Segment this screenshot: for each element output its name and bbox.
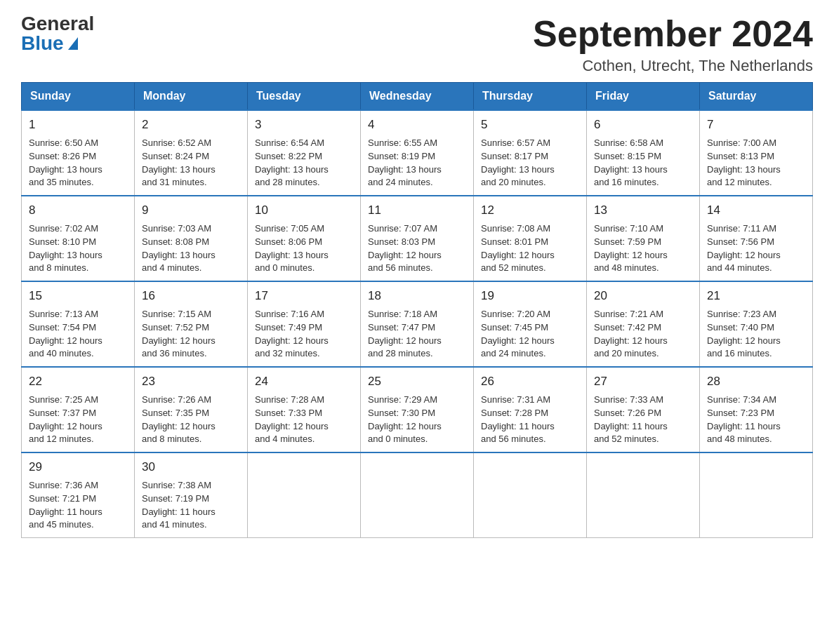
day-info: Sunrise: 7:03 AMSunset: 8:08 PMDaylight:… bbox=[142, 223, 216, 274]
logo-blue-text: Blue bbox=[21, 34, 78, 53]
day-info: Sunrise: 7:07 AMSunset: 8:03 PMDaylight:… bbox=[368, 223, 442, 274]
day-info: Sunrise: 7:23 AMSunset: 7:40 PMDaylight:… bbox=[707, 309, 781, 359]
calendar-cell: 17 Sunrise: 7:16 AMSunset: 7:49 PMDaylig… bbox=[248, 281, 361, 367]
day-number: 11 bbox=[368, 202, 466, 220]
day-info: Sunrise: 7:08 AMSunset: 8:01 PMDaylight:… bbox=[481, 223, 555, 274]
title-area: September 2024 Cothen, Utrecht, The Neth… bbox=[533, 14, 813, 75]
day-number: 20 bbox=[594, 288, 692, 305]
calendar-cell: 1 Sunrise: 6:50 AMSunset: 8:26 PMDayligh… bbox=[22, 110, 135, 196]
day-number: 5 bbox=[481, 116, 579, 134]
calendar-cell: 24 Sunrise: 7:28 AMSunset: 7:33 PMDaylig… bbox=[248, 367, 361, 452]
location-text: Cothen, Utrecht, The Netherlands bbox=[533, 57, 813, 75]
calendar-cell: 29 Sunrise: 7:36 AMSunset: 7:21 PMDaylig… bbox=[22, 452, 135, 538]
day-number: 6 bbox=[594, 116, 692, 134]
day-info: Sunrise: 7:25 AMSunset: 7:37 PMDaylight:… bbox=[29, 394, 102, 445]
calendar-week-row: 8 Sunrise: 7:02 AMSunset: 8:10 PMDayligh… bbox=[22, 196, 813, 281]
day-number: 17 bbox=[255, 288, 353, 305]
calendar-cell bbox=[361, 452, 474, 538]
calendar-week-row: 1 Sunrise: 6:50 AMSunset: 8:26 PMDayligh… bbox=[22, 110, 813, 196]
day-number: 3 bbox=[255, 116, 353, 134]
calendar-cell bbox=[700, 452, 813, 538]
day-number: 1 bbox=[29, 116, 127, 134]
calendar-cell: 5 Sunrise: 6:57 AMSunset: 8:17 PMDayligh… bbox=[474, 110, 587, 196]
calendar-cell: 2 Sunrise: 6:52 AMSunset: 8:24 PMDayligh… bbox=[135, 110, 248, 196]
day-info: Sunrise: 7:05 AMSunset: 8:06 PMDaylight:… bbox=[255, 223, 329, 274]
day-number: 2 bbox=[142, 116, 240, 134]
day-number: 10 bbox=[255, 202, 353, 220]
calendar-cell: 7 Sunrise: 7:00 AMSunset: 8:13 PMDayligh… bbox=[700, 110, 813, 196]
calendar-cell: 3 Sunrise: 6:54 AMSunset: 8:22 PMDayligh… bbox=[248, 110, 361, 196]
day-number: 4 bbox=[368, 116, 466, 134]
calendar-cell: 18 Sunrise: 7:18 AMSunset: 7:47 PMDaylig… bbox=[361, 281, 474, 367]
day-info: Sunrise: 7:00 AMSunset: 8:13 PMDaylight:… bbox=[707, 137, 781, 188]
month-title: September 2024 bbox=[533, 14, 813, 54]
day-info: Sunrise: 7:10 AMSunset: 7:59 PMDaylight:… bbox=[594, 223, 668, 274]
day-info: Sunrise: 7:33 AMSunset: 7:26 PMDaylight:… bbox=[594, 394, 668, 445]
day-info: Sunrise: 7:18 AMSunset: 7:47 PMDaylight:… bbox=[368, 309, 442, 359]
calendar-cell bbox=[474, 452, 587, 538]
day-info: Sunrise: 7:20 AMSunset: 7:45 PMDaylight:… bbox=[481, 309, 555, 359]
day-number: 13 bbox=[594, 202, 692, 220]
page-header: General Blue September 2024 Cothen, Utre… bbox=[21, 14, 813, 75]
calendar-cell: 22 Sunrise: 7:25 AMSunset: 7:37 PMDaylig… bbox=[22, 367, 135, 452]
day-number: 25 bbox=[368, 373, 466, 391]
day-info: Sunrise: 7:34 AMSunset: 7:23 PMDaylight:… bbox=[707, 394, 781, 445]
weekday-header-monday: Monday bbox=[135, 83, 248, 111]
calendar-cell: 30 Sunrise: 7:38 AMSunset: 7:19 PMDaylig… bbox=[135, 452, 248, 538]
day-info: Sunrise: 6:57 AMSunset: 8:17 PMDaylight:… bbox=[481, 137, 555, 188]
day-info: Sunrise: 7:15 AMSunset: 7:52 PMDaylight:… bbox=[142, 309, 216, 359]
day-number: 18 bbox=[368, 288, 466, 305]
calendar-table: SundayMondayTuesdayWednesdayThursdayFrid… bbox=[21, 82, 813, 538]
day-info: Sunrise: 7:13 AMSunset: 7:54 PMDaylight:… bbox=[29, 309, 102, 359]
day-number: 9 bbox=[142, 202, 240, 220]
day-info: Sunrise: 6:55 AMSunset: 8:19 PMDaylight:… bbox=[368, 137, 442, 188]
calendar-cell: 6 Sunrise: 6:58 AMSunset: 8:15 PMDayligh… bbox=[587, 110, 700, 196]
day-info: Sunrise: 7:26 AMSunset: 7:35 PMDaylight:… bbox=[142, 394, 216, 445]
day-info: Sunrise: 6:54 AMSunset: 8:22 PMDaylight:… bbox=[255, 137, 329, 188]
day-number: 26 bbox=[481, 373, 579, 391]
day-number: 7 bbox=[707, 116, 805, 134]
calendar-cell: 13 Sunrise: 7:10 AMSunset: 7:59 PMDaylig… bbox=[587, 196, 700, 281]
calendar-cell: 20 Sunrise: 7:21 AMSunset: 7:42 PMDaylig… bbox=[587, 281, 700, 367]
day-info: Sunrise: 7:36 AMSunset: 7:21 PMDaylight:… bbox=[29, 480, 102, 530]
calendar-cell: 10 Sunrise: 7:05 AMSunset: 8:06 PMDaylig… bbox=[248, 196, 361, 281]
day-info: Sunrise: 7:16 AMSunset: 7:49 PMDaylight:… bbox=[255, 309, 329, 359]
calendar-cell: 19 Sunrise: 7:20 AMSunset: 7:45 PMDaylig… bbox=[474, 281, 587, 367]
day-number: 19 bbox=[481, 288, 579, 305]
day-number: 28 bbox=[707, 373, 805, 391]
logo: General Blue bbox=[21, 14, 94, 53]
day-number: 29 bbox=[29, 459, 127, 476]
day-info: Sunrise: 7:21 AMSunset: 7:42 PMDaylight:… bbox=[594, 309, 668, 359]
day-number: 8 bbox=[29, 202, 127, 220]
calendar-week-row: 29 Sunrise: 7:36 AMSunset: 7:21 PMDaylig… bbox=[22, 452, 813, 538]
day-number: 15 bbox=[29, 288, 127, 305]
calendar-cell: 25 Sunrise: 7:29 AMSunset: 7:30 PMDaylig… bbox=[361, 367, 474, 452]
day-info: Sunrise: 7:28 AMSunset: 7:33 PMDaylight:… bbox=[255, 394, 329, 445]
weekday-header-sunday: Sunday bbox=[22, 83, 135, 111]
calendar-cell: 11 Sunrise: 7:07 AMSunset: 8:03 PMDaylig… bbox=[361, 196, 474, 281]
calendar-cell: 26 Sunrise: 7:31 AMSunset: 7:28 PMDaylig… bbox=[474, 367, 587, 452]
day-info: Sunrise: 7:29 AMSunset: 7:30 PMDaylight:… bbox=[368, 394, 442, 445]
calendar-cell bbox=[587, 452, 700, 538]
calendar-cell: 16 Sunrise: 7:15 AMSunset: 7:52 PMDaylig… bbox=[135, 281, 248, 367]
day-number: 27 bbox=[594, 373, 692, 391]
day-number: 21 bbox=[707, 288, 805, 305]
day-info: Sunrise: 7:38 AMSunset: 7:19 PMDaylight:… bbox=[142, 480, 216, 530]
day-number: 12 bbox=[481, 202, 579, 220]
logo-triangle-icon bbox=[68, 37, 78, 50]
calendar-cell bbox=[248, 452, 361, 538]
weekday-header-saturday: Saturday bbox=[700, 83, 813, 111]
day-info: Sunrise: 7:11 AMSunset: 7:56 PMDaylight:… bbox=[707, 223, 781, 274]
calendar-week-row: 22 Sunrise: 7:25 AMSunset: 7:37 PMDaylig… bbox=[22, 367, 813, 452]
day-info: Sunrise: 6:50 AMSunset: 8:26 PMDaylight:… bbox=[29, 137, 102, 188]
calendar-cell: 9 Sunrise: 7:03 AMSunset: 8:08 PMDayligh… bbox=[135, 196, 248, 281]
day-info: Sunrise: 7:31 AMSunset: 7:28 PMDaylight:… bbox=[481, 394, 555, 445]
weekday-header-thursday: Thursday bbox=[474, 83, 587, 111]
calendar-cell: 23 Sunrise: 7:26 AMSunset: 7:35 PMDaylig… bbox=[135, 367, 248, 452]
calendar-cell: 14 Sunrise: 7:11 AMSunset: 7:56 PMDaylig… bbox=[700, 196, 813, 281]
weekday-header-friday: Friday bbox=[587, 83, 700, 111]
weekday-header-wednesday: Wednesday bbox=[361, 83, 474, 111]
calendar-week-row: 15 Sunrise: 7:13 AMSunset: 7:54 PMDaylig… bbox=[22, 281, 813, 367]
weekday-header-row: SundayMondayTuesdayWednesdayThursdayFrid… bbox=[22, 83, 813, 111]
logo-general-text: General bbox=[21, 14, 94, 34]
